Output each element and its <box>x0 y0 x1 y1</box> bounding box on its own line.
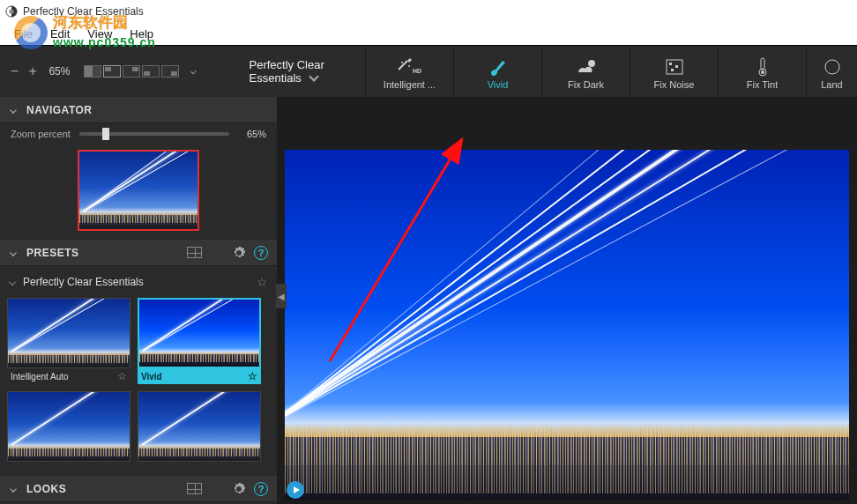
cloud-sun-icon <box>574 56 599 78</box>
preset-thumb-3[interactable] <box>7 391 130 462</box>
svg-point-12 <box>761 70 764 74</box>
svg-point-5 <box>588 60 595 67</box>
preset-tab-intelligent[interactable]: HD Intelligent ... <box>365 46 453 97</box>
menu-help[interactable]: Help <box>121 27 162 41</box>
view-grid-button[interactable] <box>187 483 202 494</box>
preset-tabs-bar: HD Intelligent ... Vivid Fix Dark Fix No… <box>365 46 857 97</box>
chevron-down-icon <box>10 107 17 114</box>
presets-settings-button[interactable] <box>231 246 247 260</box>
presets-title: PRESETS <box>26 247 187 259</box>
compare-pip-bl-button[interactable] <box>142 65 160 78</box>
zoom-out-button[interactable]: − <box>9 63 20 79</box>
zoom-percent-label: Zoom percent <box>11 129 71 139</box>
thermometer-icon <box>756 56 769 78</box>
svg-rect-7 <box>669 63 672 65</box>
svg-point-2 <box>401 62 403 63</box>
chevron-down-icon <box>10 485 17 493</box>
svg-point-3 <box>408 65 410 67</box>
menu-view[interactable]: View <box>78 27 121 41</box>
svg-point-13 <box>825 60 839 74</box>
presets-panel-header[interactable]: PRESETS ? <box>0 240 277 266</box>
menu-edit[interactable]: Edit <box>41 27 78 41</box>
window-titlebar: Perfectly Clear Essentials <box>0 0 857 23</box>
compare-pip-tr-button[interactable] <box>123 65 140 78</box>
svg-rect-9 <box>671 69 674 71</box>
preset-group-header[interactable]: Perfectly Clear Essentials ☆ <box>5 270 272 294</box>
looks-settings-button[interactable] <box>231 482 247 496</box>
zoom-percent-value: 65% <box>236 129 266 139</box>
svg-rect-8 <box>675 65 678 68</box>
navigator-title: NAVIGATOR <box>26 104 268 116</box>
chevron-down-icon <box>10 249 17 256</box>
svg-rect-6 <box>667 60 682 74</box>
preset-tab-vivid[interactable]: Vivid <box>453 46 541 97</box>
play-icon[interactable] <box>287 481 304 499</box>
toolbar-zoom-menu-chevron[interactable] <box>191 69 197 75</box>
preset-thumb-4[interactable] <box>138 391 261 462</box>
looks-title: LOOKS <box>26 483 187 495</box>
preset-tab-fixdark[interactable]: Fix Dark <box>541 46 630 97</box>
menubar: File Edit View Help <box>0 23 857 45</box>
view-list-button[interactable] <box>209 247 224 258</box>
preview-image <box>285 150 849 500</box>
app-icon <box>5 5 18 18</box>
view-grid-button[interactable] <box>187 247 202 258</box>
compare-pip-tl-button[interactable] <box>103 65 121 78</box>
compare-side-button[interactable] <box>84 65 101 78</box>
compare-pip-br-button[interactable] <box>161 65 179 78</box>
svg-rect-10 <box>761 58 764 70</box>
navigator-thumbnail[interactable] <box>78 150 199 231</box>
left-sidebar: NAVIGATOR Zoom percent 65% PRESETS <box>0 97 277 504</box>
landscape-icon <box>823 56 841 78</box>
sidebar-collapse-handle[interactable]: ◀ <box>276 284 287 308</box>
chevron-down-icon <box>9 278 16 285</box>
menu-file[interactable]: File <box>5 27 41 41</box>
image-canvas[interactable] <box>277 97 857 504</box>
preset-thumb-vivid[interactable]: Vivid☆ <box>138 298 261 384</box>
gear-icon <box>232 246 246 260</box>
gear-icon <box>232 482 246 496</box>
zoom-slider[interactable] <box>79 132 229 136</box>
view-list-button[interactable] <box>209 483 224 494</box>
looks-help-button[interactable]: ? <box>254 482 268 496</box>
star-icon[interactable]: ☆ <box>248 370 257 382</box>
preset-collection-dropdown[interactable]: Perfectly Clear Essentials <box>250 58 353 85</box>
svg-text:HD: HD <box>413 68 421 74</box>
preset-thumb-intelligent[interactable]: Intelligent Auto☆ <box>7 298 130 384</box>
noise-icon <box>665 56 684 78</box>
star-icon[interactable]: ☆ <box>257 275 268 289</box>
window-title: Perfectly Clear Essentials <box>23 5 144 18</box>
navigator-panel-header[interactable]: NAVIGATOR <box>0 97 277 123</box>
toolbar-zoom-value: 65% <box>48 65 70 78</box>
looks-panel-header[interactable]: LOOKS ? <box>0 476 277 502</box>
brush-icon <box>488 56 509 78</box>
presets-help-button[interactable]: ? <box>254 246 268 260</box>
svg-point-1 <box>9 9 13 13</box>
compare-mode-buttons <box>84 65 179 78</box>
preset-tab-fixnoise[interactable]: Fix Noise <box>630 46 718 97</box>
preset-group-name: Perfectly Clear Essentials <box>23 276 144 288</box>
star-icon[interactable]: ☆ <box>117 370 127 382</box>
wand-hd-icon: HD <box>397 56 423 78</box>
preset-tab-land[interactable]: Land <box>806 46 857 97</box>
preset-tab-fixtint[interactable]: Fix Tint <box>718 46 806 97</box>
top-toolbar: − + 65% Perfectly Clear Essentials HD In… <box>0 45 857 97</box>
zoom-in-button[interactable]: + <box>27 63 39 79</box>
